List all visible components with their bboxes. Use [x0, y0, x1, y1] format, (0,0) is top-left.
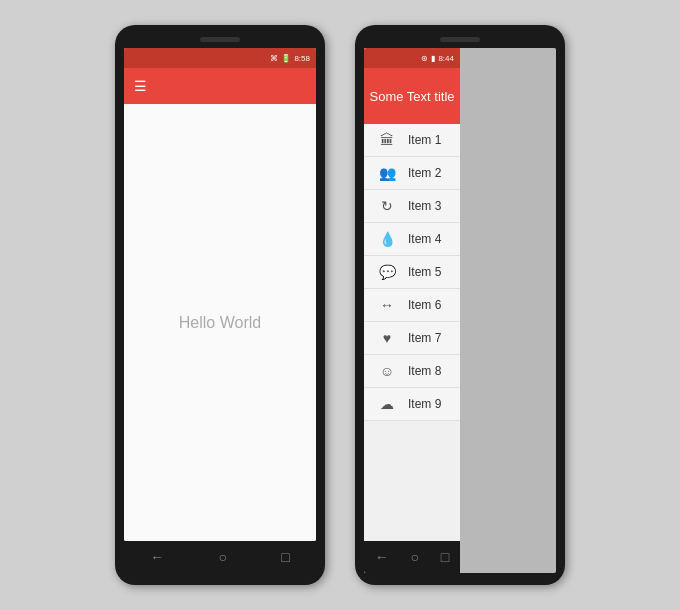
- item-icon-5: 💬: [376, 264, 398, 280]
- toolbar-1: ☰: [124, 68, 316, 104]
- navigation-drawer: ⊛ ▮ 8:44 Some Text title 🏛 Item 1 👥 Item…: [364, 48, 460, 573]
- time-2: 8:44: [438, 54, 454, 63]
- menu-icon-1[interactable]: ☰: [134, 78, 147, 94]
- item-label-6: Item 6: [408, 298, 441, 312]
- item-label-7: Item 7: [408, 331, 441, 345]
- drawer-item-3[interactable]: ↻ Item 3: [364, 190, 460, 223]
- phone-2: ⊛ ▮ 8:44 Some Text title 🏛 Item 1 👥 Item…: [355, 25, 565, 585]
- item-label-4: Item 4: [408, 232, 441, 246]
- drawer-item-8[interactable]: ☺ Item 8: [364, 355, 460, 388]
- hello-world-text: Hello World: [179, 314, 261, 332]
- item-icon-8: ☺: [376, 363, 398, 379]
- status-icons-1: ⌘ 🔋 8:58: [270, 54, 310, 63]
- drawer-item-6[interactable]: ↔ Item 6: [364, 289, 460, 322]
- battery-icon-2: ▮: [431, 54, 435, 63]
- drawer-item-1[interactable]: 🏛 Item 1: [364, 124, 460, 157]
- phone-1: ⌘ 🔋 8:58 ☰ Hello World ← ○ □: [115, 25, 325, 585]
- nav-bar-1: ← ○ □: [123, 541, 317, 573]
- item-icon-3: ↻: [376, 198, 398, 214]
- drawer-title: Some Text title: [369, 89, 454, 104]
- nav-bar-2: ← ○ □: [364, 541, 460, 573]
- item-label-1: Item 1: [408, 133, 441, 147]
- time-1: 8:58: [294, 54, 310, 63]
- battery-icon: 🔋: [281, 54, 291, 63]
- item-label-3: Item 3: [408, 199, 441, 213]
- status-bar-1: ⌘ 🔋 8:58: [124, 48, 316, 68]
- status-icons-2: ⊛ ▮ 8:44: [421, 54, 454, 63]
- item-icon-7: ♥: [376, 330, 398, 346]
- item-icon-1: 🏛: [376, 132, 398, 148]
- wifi-icon-2: ⊛: [421, 54, 428, 63]
- item-icon-6: ↔: [376, 297, 398, 313]
- drawer-items-list: 🏛 Item 1 👥 Item 2 ↻ Item 3 💧 Item 4 💬: [364, 124, 460, 541]
- recents-button-2[interactable]: □: [441, 549, 449, 565]
- screen-1: ⌘ 🔋 8:58 ☰ Hello World: [124, 48, 316, 541]
- home-button-2[interactable]: ○: [411, 549, 419, 565]
- drawer-scrim[interactable]: [460, 48, 556, 573]
- status-bar-2: ⊛ ▮ 8:44: [364, 48, 460, 68]
- item-icon-9: ☁: [376, 396, 398, 412]
- item-label-8: Item 8: [408, 364, 441, 378]
- drawer-item-7[interactable]: ♥ Item 7: [364, 322, 460, 355]
- recents-button-1[interactable]: □: [281, 549, 289, 565]
- screen-content-1: Hello World: [124, 104, 316, 541]
- item-label-9: Item 9: [408, 397, 441, 411]
- item-label-5: Item 5: [408, 265, 441, 279]
- drawer-item-2[interactable]: 👥 Item 2: [364, 157, 460, 190]
- back-button-2[interactable]: ←: [375, 549, 389, 565]
- speaker-1: [200, 37, 240, 42]
- drawer-item-5[interactable]: 💬 Item 5: [364, 256, 460, 289]
- home-button-1[interactable]: ○: [219, 549, 227, 565]
- drawer-header: Some Text title: [364, 68, 460, 124]
- item-label-2: Item 2: [408, 166, 441, 180]
- speaker-2: [440, 37, 480, 42]
- screen-2: ⊛ ▮ 8:44 Some Text title 🏛 Item 1 👥 Item…: [364, 48, 556, 573]
- wifi-icon: ⌘: [270, 54, 278, 63]
- item-icon-4: 💧: [376, 231, 398, 247]
- item-icon-2: 👥: [376, 165, 398, 181]
- back-button-1[interactable]: ←: [150, 549, 164, 565]
- drawer-item-9[interactable]: ☁ Item 9: [364, 388, 460, 421]
- drawer-item-4[interactable]: 💧 Item 4: [364, 223, 460, 256]
